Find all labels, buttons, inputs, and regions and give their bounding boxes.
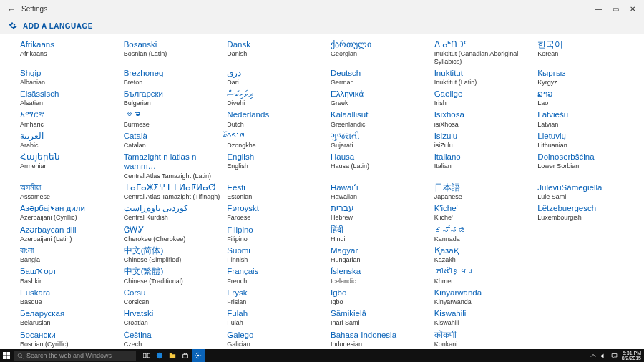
language-item[interactable]: DeutschGerman (331, 68, 429, 87)
start-button[interactable] (0, 349, 13, 362)
language-item[interactable]: BrezhonegBreton (124, 68, 222, 87)
language-item[interactable]: GalegoGalician (227, 330, 325, 349)
explorer-button[interactable] (166, 349, 179, 362)
back-button[interactable]: ← (3, 4, 20, 14)
language-item[interactable]: Azərbaycan diliAzerbaijani (Latin) (20, 225, 118, 244)
language-item[interactable]: HausaHausa (Latin) (331, 152, 429, 181)
language-item[interactable]: EnglishEnglish (227, 152, 325, 181)
language-item[interactable]: ҚазақKazakh (434, 245, 532, 265)
language-item[interactable]: ElsässischAlsatian (20, 89, 118, 108)
language-item[interactable]: AfrikaansAfrikaans (20, 39, 118, 67)
chevron-up-icon[interactable] (590, 353, 596, 358)
language-item[interactable]: ČeštinaCzech (124, 330, 222, 349)
language-item[interactable]: کوردیی ناوەڕاستCentral Kurdish (124, 203, 222, 222)
language-item[interactable]: БосанскиBosnian (Cyrillic) (20, 330, 118, 349)
language-item[interactable]: Tamazight n latlas n wamm…Central Atlas … (124, 152, 222, 181)
language-item[interactable]: অসমীয়াAssamese (20, 182, 118, 202)
language-item[interactable]: 中文(繁體)Chinese (Traditional) (124, 266, 222, 285)
language-item[interactable]: FulahFulah (227, 308, 325, 328)
language-item[interactable]: DanskDanish (227, 39, 325, 67)
language-item[interactable]: KinyarwandaKinyarwanda (434, 288, 532, 307)
language-item[interactable]: FryskFrisian (227, 288, 325, 307)
language-item[interactable]: Азәрбајҹан дилиAzerbaijani (Cyrillic) (20, 203, 118, 222)
close-button[interactable]: ✕ (624, 5, 641, 13)
language-english: Assamese (20, 193, 118, 200)
language-item[interactable]: HawaiʻiHawaiian (331, 182, 429, 202)
language-item[interactable]: עבריתHebrew (331, 203, 429, 222)
language-item[interactable]: 한국어Korean (537, 39, 635, 67)
language-item[interactable]: БашҡортBashkir (20, 266, 118, 285)
language-item[interactable]: FilipinoFilipino (227, 225, 325, 244)
language-item[interactable]: EuskaraBasque (20, 288, 118, 307)
language-item[interactable]: KalaallisutGreenlandic (331, 109, 429, 129)
language-item[interactable]: КыргызKyrgyz (537, 68, 635, 87)
language-item[interactable]: FrançaisFrench (227, 266, 325, 285)
language-item[interactable]: ગુજરાતીGujarati (331, 131, 429, 150)
language-native: ລາວ (537, 89, 635, 99)
language-item[interactable]: ဗမာBurmese (124, 109, 222, 129)
language-item[interactable]: درىDari (227, 68, 325, 87)
maximize-button[interactable]: ▭ (607, 5, 624, 13)
language-item[interactable]: IsixhosaisiXhosa (434, 109, 532, 129)
language-item[interactable]: LietuviųLithuanian (537, 131, 635, 150)
language-item[interactable]: ᏣᎳᎩCherokee (Cherokee) (124, 225, 222, 244)
volume-icon[interactable] (600, 353, 607, 359)
language-item[interactable]: ಕನ್ನಡKannada (434, 225, 532, 244)
language-native: Français (227, 267, 325, 276)
language-item[interactable]: LatviešuLatvian (537, 109, 635, 129)
language-item[interactable]: MagyarHungarian (331, 245, 429, 265)
language-item[interactable]: BosanskiBosnian (Latin) (124, 39, 222, 67)
language-item[interactable]: HrvatskiCroatian (124, 308, 222, 328)
language-item[interactable]: कोंकणीKonkani (434, 330, 532, 349)
language-item[interactable]: DolnoserbšćinaLower Sorbian (537, 152, 635, 181)
language-item[interactable]: EestiEstonian (227, 182, 325, 202)
language-item[interactable]: ދިވެހިބަސްDivehi (227, 89, 325, 108)
language-native: ગુજરાતી (331, 132, 429, 141)
language-item[interactable]: БългарскиBulgarian (124, 89, 222, 108)
language-item[interactable]: ՀայերենArmenian (20, 152, 118, 181)
language-item[interactable]: ភាសាខ្មែរKhmer (434, 266, 532, 285)
task-view-button[interactable] (140, 349, 153, 362)
language-item[interactable]: GaeilgeIrish (434, 89, 532, 108)
language-item[interactable]: العربيةArabic (20, 131, 118, 150)
language-item[interactable]: CatalàCatalan (124, 131, 222, 150)
language-item[interactable]: 日本語Japanese (434, 182, 532, 202)
language-item[interactable]: རྫོང་ཁDzongkha (227, 131, 325, 150)
notifications-icon[interactable] (611, 353, 618, 359)
language-item[interactable]: ShqipAlbanian (20, 68, 118, 87)
language-item[interactable]: IsizuluisiZulu (434, 131, 532, 150)
language-item[interactable]: FøroysktFaroese (227, 203, 325, 222)
language-item[interactable]: JulevuSámegiellaLule Sami (537, 182, 635, 202)
language-item[interactable]: ქართულიGeorgian (331, 39, 429, 67)
edge-button[interactable] (153, 349, 166, 362)
language-item[interactable]: SämikielâInari Sami (331, 308, 429, 328)
language-item[interactable]: ÍslenskaIcelandic (331, 266, 429, 285)
language-item[interactable]: ΕλληνικάGreek (331, 89, 429, 108)
language-item[interactable]: БеларускаяBelarusian (20, 308, 118, 328)
language-item[interactable]: ItalianoItalian (434, 152, 532, 181)
language-item[interactable]: InuktitutInuktitut (Latin) (434, 68, 532, 87)
language-item[interactable]: IgboIgbo (331, 288, 429, 307)
language-item[interactable]: বাংলাBangla (20, 245, 118, 265)
language-item[interactable]: ᐃᓄᒃᑎᑐᑦInuktitut (Canadian Aboriginal Syl… (434, 39, 532, 67)
language-item[interactable]: LëtzebuergeschLuxembourgish (537, 203, 635, 222)
settings-taskbar-button[interactable] (192, 349, 205, 362)
language-english: Lule Sami (537, 193, 635, 200)
language-native: K'iche' (434, 204, 532, 213)
language-item[interactable]: NederlandsDutch (227, 109, 325, 129)
language-item[interactable]: SuomiFinnish (227, 245, 325, 265)
taskbar-search[interactable]: Search the web and Windows (14, 351, 136, 361)
language-item[interactable]: K'iche'K'iche' (434, 203, 532, 222)
language-item[interactable]: ລາວLao (537, 89, 635, 108)
language-item[interactable]: हिंदीHindi (331, 225, 429, 244)
language-item[interactable]: 中文(简体)Chinese (Simplified) (124, 245, 222, 265)
language-english: Chinese (Simplified) (124, 256, 222, 263)
language-item[interactable]: Bahasa IndonesiaIndonesian (331, 330, 429, 349)
language-item[interactable]: አማርኛAmharic (20, 109, 118, 129)
language-item[interactable]: CorsuCorsican (124, 288, 222, 307)
language-item[interactable]: ⵜⴰⵎⴰⵣⵉⵖⵜ ⵏ ⵍⴰⵟⵍⴰⵚCentral Atlas Tamazight… (124, 182, 222, 202)
store-button[interactable] (179, 349, 192, 362)
minimize-button[interactable]: — (590, 5, 607, 13)
language-item[interactable]: KiswahiliKiswahili (434, 308, 532, 328)
taskbar-clock[interactable]: 5:31 PM 8/2/2015 (622, 351, 641, 361)
